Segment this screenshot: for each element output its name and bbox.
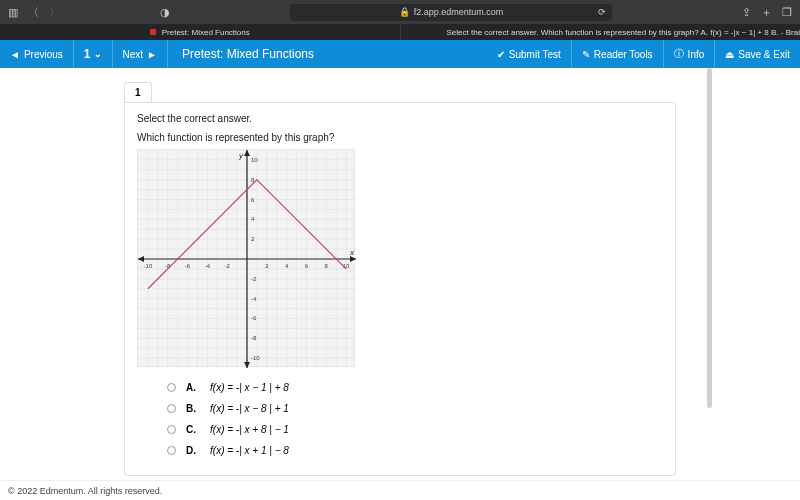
sidebar-toggle-icon[interactable]: ▥ bbox=[8, 6, 18, 19]
tab-title: Select the correct answer. Which functio… bbox=[447, 28, 801, 37]
previous-label: Previous bbox=[24, 49, 63, 60]
svg-text:-2: -2 bbox=[251, 276, 257, 282]
reload-icon[interactable]: ⟳ bbox=[598, 7, 606, 17]
lock-icon: 🔒 bbox=[399, 7, 410, 17]
svg-marker-47 bbox=[244, 362, 250, 368]
svg-text:-10: -10 bbox=[251, 355, 260, 361]
svg-text:6: 6 bbox=[305, 263, 309, 269]
share-icon[interactable]: ⇪ bbox=[742, 6, 751, 19]
radio-icon[interactable] bbox=[167, 425, 176, 434]
svg-text:y: y bbox=[238, 151, 244, 160]
next-button[interactable]: Next ► bbox=[113, 40, 168, 68]
svg-text:8: 8 bbox=[325, 263, 329, 269]
next-label: Next bbox=[123, 49, 144, 60]
back-button[interactable]: 〈 bbox=[28, 5, 39, 20]
question-card: Select the correct answer. Which functio… bbox=[124, 102, 676, 476]
save-exit-label: Save & Exit bbox=[738, 49, 790, 60]
info-button[interactable]: ⓘ Info bbox=[664, 40, 716, 68]
svg-text:-6: -6 bbox=[251, 315, 257, 321]
option-expression: f(x) = -| x + 8 | − 1 bbox=[210, 424, 289, 435]
new-tab-icon[interactable]: ＋ bbox=[761, 5, 772, 20]
svg-text:-6: -6 bbox=[185, 263, 191, 269]
submit-label: Submit Test bbox=[509, 49, 561, 60]
svg-text:-4: -4 bbox=[251, 296, 257, 302]
url-field[interactable]: 🔒 f2.app.edmentum.com ⟳ bbox=[290, 4, 612, 21]
check-circle-icon: ✔ bbox=[497, 49, 505, 60]
svg-marker-46 bbox=[244, 150, 250, 156]
tab-title: Pretest: Mixed Functions bbox=[162, 28, 250, 37]
question-number-selector[interactable]: 1 ⌄ bbox=[74, 40, 113, 68]
answer-option-a[interactable]: A.f(x) = -| x − 1 | + 8 bbox=[167, 377, 663, 398]
radio-icon[interactable] bbox=[167, 404, 176, 413]
svg-text:-8: -8 bbox=[251, 335, 257, 341]
question-prompt: Select the correct answer. bbox=[137, 113, 663, 124]
option-expression: f(x) = -| x + 1 | − 8 bbox=[210, 445, 289, 456]
svg-marker-45 bbox=[138, 256, 144, 262]
tab-1[interactable]: Pretest: Mixed Functions bbox=[0, 24, 400, 40]
svg-text:4: 4 bbox=[285, 263, 289, 269]
svg-text:2: 2 bbox=[265, 263, 269, 269]
option-letter: C. bbox=[186, 424, 200, 435]
shield-icon[interactable]: ◑ bbox=[160, 6, 170, 19]
option-letter: D. bbox=[186, 445, 200, 456]
question-tab[interactable]: 1 bbox=[124, 82, 152, 102]
page-title: Pretest: Mixed Functions bbox=[168, 47, 487, 61]
reader-tools-label: Reader Tools bbox=[594, 49, 653, 60]
url-text: f2.app.edmentum.com bbox=[414, 7, 504, 17]
info-label: Info bbox=[688, 49, 705, 60]
option-letter: A. bbox=[186, 382, 200, 393]
favicon-icon bbox=[150, 29, 156, 35]
info-icon: ⓘ bbox=[674, 47, 684, 61]
option-expression: f(x) = -| x − 1 | + 8 bbox=[210, 382, 289, 393]
arrow-left-icon: ◄ bbox=[10, 49, 20, 60]
forward-button: 〉 bbox=[49, 5, 60, 20]
radio-icon[interactable] bbox=[167, 383, 176, 392]
arrow-right-icon: ► bbox=[147, 49, 157, 60]
tab-bar: Pretest: Mixed Functions Select the corr… bbox=[0, 24, 800, 40]
option-expression: f(x) = -| x − 8 | + 1 bbox=[210, 403, 289, 414]
submit-test-button[interactable]: ✔ Submit Test bbox=[487, 40, 572, 68]
logout-icon: ⏏ bbox=[725, 49, 734, 60]
answer-option-c[interactable]: C.f(x) = -| x + 8 | − 1 bbox=[167, 419, 663, 440]
svg-text:-4: -4 bbox=[205, 263, 211, 269]
previous-button[interactable]: ◄ Previous bbox=[0, 40, 74, 68]
copyright-text: © 2022 Edmentum. All rights reserved. bbox=[8, 486, 162, 496]
wrench-icon: ✎ bbox=[582, 49, 590, 60]
question-subprompt: Which function is represented by this gr… bbox=[137, 132, 663, 143]
footer: © 2022 Edmentum. All rights reserved. bbox=[0, 480, 800, 500]
scrollbar[interactable] bbox=[707, 68, 712, 480]
app-toolbar: ◄ Previous 1 ⌄ Next ► Pretest: Mixed Fun… bbox=[0, 40, 800, 68]
tabs-icon[interactable]: ❐ bbox=[782, 6, 792, 19]
answer-option-d[interactable]: D.f(x) = -| x + 1 | − 8 bbox=[167, 440, 663, 461]
svg-text:10: 10 bbox=[251, 157, 258, 163]
reader-tools-button[interactable]: ✎ Reader Tools bbox=[572, 40, 664, 68]
function-graph: xy-10-8-6-4-2246810-10-8-6-4-2246810 bbox=[137, 149, 355, 367]
svg-text:-2: -2 bbox=[225, 263, 231, 269]
save-exit-button[interactable]: ⏏ Save & Exit bbox=[715, 40, 800, 68]
tab-2[interactable]: Select the correct answer. Which functio… bbox=[400, 24, 801, 40]
answer-option-b[interactable]: B.f(x) = -| x − 8 | + 1 bbox=[167, 398, 663, 419]
radio-icon[interactable] bbox=[167, 446, 176, 455]
option-letter: B. bbox=[186, 403, 200, 414]
svg-text:x: x bbox=[349, 248, 355, 257]
question-number-label: 1 bbox=[84, 47, 91, 61]
chevron-down-icon: ⌄ bbox=[94, 49, 102, 59]
svg-text:-10: -10 bbox=[144, 263, 153, 269]
